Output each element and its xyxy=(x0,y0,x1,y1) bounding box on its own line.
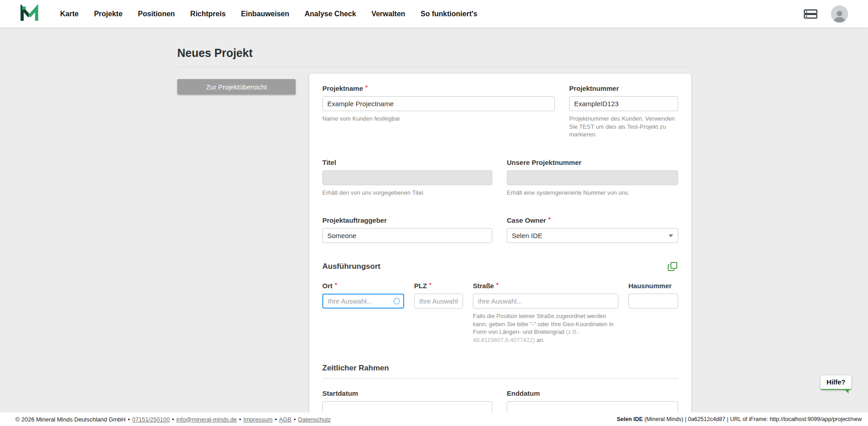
field-projektname: Projektname * Name vom Kunden festlegbar xyxy=(322,84,555,123)
unsere-projektnummer-input xyxy=(507,170,678,185)
required-marker: * xyxy=(365,84,368,91)
strasse-helper: Falls die Position keiner Straße zugeord… xyxy=(473,312,618,344)
new-project-form-card: Projektname * Name vom Kunden festlegbar… xyxy=(309,74,691,412)
field-projektnummer: Projektnummer Projektnummer des Kunden. … xyxy=(569,84,678,139)
help-button[interactable]: Hilfe? xyxy=(821,375,851,390)
footer-phone-link[interactable]: 07151/250100 xyxy=(132,416,170,423)
case-owner-select[interactable]: Selen IDE xyxy=(507,228,678,243)
plz-label: PLZ * xyxy=(414,282,463,290)
case-owner-label: Case Owner * xyxy=(507,216,678,224)
left-sidebar: Zur Projektübersicht xyxy=(177,74,296,94)
nav-item-projekte[interactable]: Projekte xyxy=(86,0,130,28)
field-startdatum: Startdatum xyxy=(322,389,492,412)
navbar-right-icons xyxy=(804,5,848,23)
mineral-minds-logo[interactable] xyxy=(20,4,40,24)
chevron-down-icon xyxy=(669,234,673,237)
nav-item-verwalten[interactable]: Verwalten xyxy=(364,0,413,28)
field-titel: Titel Erhält den von uns vorgegebenen Ti… xyxy=(322,159,492,197)
nav-item-karte[interactable]: Karte xyxy=(52,0,86,28)
projektauftraggeber-label: Projektauftraggeber xyxy=(322,216,492,224)
field-case-owner: Case Owner * Selen IDE xyxy=(507,216,678,243)
field-hausnummer: Hausnummer xyxy=(628,282,678,309)
logo-icon xyxy=(20,5,39,23)
footer-session-info: Selen IDE (Mineral Minds) | 0a62512c4d87… xyxy=(617,416,862,422)
enddatum-input[interactable] xyxy=(507,401,678,412)
nav-menu: Karte Projekte Positionen Richtpreis Ein… xyxy=(52,0,485,28)
titel-helper: Erhält den von uns vorgegebenen Titel. xyxy=(322,189,492,197)
projektnummer-helper: Projektnummer des Kunden. Verwenden Sie … xyxy=(569,115,678,139)
footer-email-link[interactable]: info@mineral-minds.de xyxy=(176,416,237,423)
required-marker: * xyxy=(548,216,551,223)
field-enddatum: Enddatum xyxy=(507,389,678,412)
projektname-input[interactable] xyxy=(322,96,555,111)
footer-agb-link[interactable]: AGB xyxy=(279,416,291,423)
footer-impressum-link[interactable]: Impressum xyxy=(243,416,272,423)
person-icon xyxy=(833,9,846,23)
titel-input xyxy=(322,170,492,185)
field-strasse: Straße * Falls die Position keiner Straß… xyxy=(473,282,618,344)
unsere-projektnummer-helper: Erhält eine systemgenerierte Nummer von … xyxy=(507,189,678,197)
projektauftraggeber-input[interactable] xyxy=(322,228,492,243)
strasse-input[interactable] xyxy=(473,294,618,309)
hausnummer-input[interactable] xyxy=(628,294,678,309)
back-to-project-overview-button[interactable]: Zur Projektübersicht xyxy=(177,79,296,94)
user-avatar[interactable] xyxy=(831,5,848,23)
nav-item-positionen[interactable]: Positionen xyxy=(130,0,183,28)
required-marker: * xyxy=(335,281,337,288)
plz-input[interactable] xyxy=(414,294,463,309)
projektname-helper: Name vom Kunden festlegbar xyxy=(322,115,555,123)
enddatum-label: Enddatum xyxy=(507,389,678,397)
startdatum-label: Startdatum xyxy=(322,389,492,397)
strasse-label: Straße * xyxy=(473,282,618,290)
required-marker: * xyxy=(496,281,499,288)
section-title-ausfuehrungsort: Ausführungsort xyxy=(322,262,380,271)
loading-spinner-icon xyxy=(393,298,400,304)
projektnummer-input[interactable] xyxy=(569,96,678,111)
field-projektauftraggeber: Projektauftraggeber xyxy=(322,216,492,243)
page-title: Neues Projekt xyxy=(177,47,691,60)
footer-left: © 2026 Mineral Minds Deutschland GmbH • … xyxy=(15,416,331,423)
ort-label: Ort * xyxy=(322,282,404,290)
ort-input[interactable] xyxy=(322,294,404,309)
nav-item-einbauweisen[interactable]: Einbauweisen xyxy=(233,0,297,28)
page-header: Neues Projekt xyxy=(177,47,691,67)
footer-datenschutz-link[interactable]: Datenschutz xyxy=(298,416,330,423)
top-navbar: Karte Projekte Positionen Richtpreis Ein… xyxy=(0,0,868,28)
server-rack-icon[interactable] xyxy=(804,9,817,19)
copy-icon[interactable] xyxy=(667,261,678,272)
unsere-projektnummer-label: Unsere Projektnummer xyxy=(507,159,678,166)
projektnummer-label: Projektnummer xyxy=(569,84,678,92)
field-unsere-projektnummer: Unsere Projektnummer Erhält eine systemg… xyxy=(507,159,678,197)
projektname-label: Projektname * xyxy=(322,84,555,92)
case-owner-selected-value: Selen IDE xyxy=(512,232,542,239)
startdatum-input[interactable] xyxy=(322,401,492,412)
nav-item-richtpreis[interactable]: Richtpreis xyxy=(183,0,233,28)
nav-item-analyse-check[interactable]: Analyse Check xyxy=(297,0,364,28)
footer-copyright: © 2026 Mineral Minds Deutschland GmbH xyxy=(15,416,126,423)
footer-user-name: Selen IDE xyxy=(617,416,643,422)
nav-item-so-funktionierts[interactable]: So funktioniert's xyxy=(413,0,485,28)
footer: © 2026 Mineral Minds Deutschland GmbH • … xyxy=(0,412,868,426)
titel-label: Titel xyxy=(322,159,492,166)
hausnummer-label: Hausnummer xyxy=(628,282,678,290)
field-ort: Ort * xyxy=(322,282,404,309)
main-content: Neues Projekt Zur Projektübersicht Proje… xyxy=(0,28,868,412)
section-title-zeitlicher-rahmen: Zeitlicher Rahmen xyxy=(322,364,389,372)
required-marker: * xyxy=(429,281,431,288)
field-plz: PLZ * xyxy=(414,282,463,309)
